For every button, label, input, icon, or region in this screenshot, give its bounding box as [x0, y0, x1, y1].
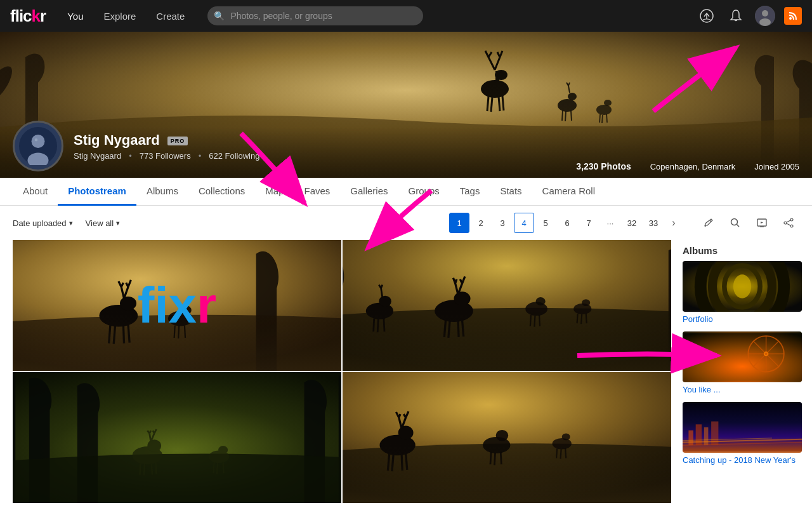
tab-albums[interactable]: Albums — [136, 178, 188, 206]
page-btn-6[interactable]: 6 — [557, 213, 577, 233]
svg-point-108 — [733, 274, 751, 298]
profile-info-bar: Stig Nygaard PRO Stig Nygaard • 773 Foll… — [13, 121, 259, 171]
joined-text: Joined 2005 — [754, 162, 799, 171]
page-btn-33[interactable]: 33 — [643, 213, 664, 233]
profile-text: Stig Nygaard PRO Stig Nygaard • 773 Foll… — [74, 132, 259, 161]
album-thumb-catching-up[interactable] — [683, 402, 802, 453]
tab-collections[interactable]: Collections — [188, 178, 255, 206]
photo-toolbar: Date uploaded ▾ View all ▾ 1 2 3 4 5 6 7… — [0, 206, 812, 240]
photos-count: 3,230 Photos — [576, 161, 631, 171]
joined-stat: Joined 2005 — [754, 162, 799, 171]
rss-icon[interactable] — [784, 7, 802, 25]
svg-line-28 — [710, 220, 711, 222]
page-btn-1[interactable]: 1 — [449, 213, 469, 233]
svg-point-3 — [762, 10, 768, 17]
profile-avatar[interactable] — [13, 121, 63, 171]
svg-line-88 — [223, 462, 224, 473]
tab-stats[interactable]: Stats — [490, 178, 532, 206]
svg-point-85 — [218, 446, 228, 454]
svg-line-86 — [213, 462, 214, 473]
svg-point-38 — [784, 222, 787, 224]
location-text: Copenhagen, Denmark — [650, 162, 735, 171]
album-label-portfolio[interactable]: Portfolio — [683, 314, 802, 324]
album-thumb-you-like[interactable] — [683, 331, 802, 382]
bell-icon[interactable] — [726, 6, 746, 26]
search-photos-icon[interactable] — [724, 212, 746, 234]
toolbar-actions — [698, 212, 799, 234]
flickr-logo[interactable]: flickr — [10, 6, 46, 26]
sort-chevron-icon: ▾ — [69, 219, 73, 227]
profile-meta: Stig Nygaard • 773 Followers • 622 Follo… — [74, 151, 259, 161]
tabs-bar: About Photostream Albums Collections Map… — [0, 178, 812, 206]
tab-camera-roll[interactable]: Camera Roll — [532, 178, 605, 206]
page-btn-2[interactable]: 2 — [471, 213, 491, 233]
photo-cell-4[interactable] — [343, 372, 671, 503]
svg-rect-106 — [343, 372, 671, 503]
user-avatar-nav[interactable] — [755, 6, 775, 26]
svg-point-30 — [731, 219, 738, 225]
view-all-label: View all — [86, 218, 114, 228]
upload-icon[interactable] — [697, 6, 717, 26]
slideshow-icon[interactable] — [751, 212, 773, 234]
view-all-chevron-icon: ▾ — [116, 219, 120, 227]
location-stat: Copenhagen, Denmark — [650, 162, 735, 171]
svg-rect-122 — [704, 427, 709, 445]
tab-faves[interactable]: Faves — [294, 178, 340, 206]
page-dots: ··· — [600, 213, 620, 233]
sort-label: Date uploaded — [13, 218, 67, 228]
svg-point-36 — [790, 218, 793, 221]
svg-point-25 — [32, 135, 45, 148]
pagination: 1 2 3 4 5 6 7 ··· 32 33 › — [449, 213, 683, 233]
photo-cell-2[interactable] — [343, 240, 671, 371]
nav-create[interactable]: Create — [152, 8, 188, 24]
svg-rect-76 — [343, 240, 671, 371]
svg-point-37 — [790, 225, 793, 227]
tab-photostream[interactable]: Photostream — [58, 178, 136, 206]
tab-groups[interactable]: Groups — [398, 178, 450, 206]
page-btn-7[interactable]: 7 — [579, 213, 599, 233]
photo-cell-1[interactable]: fixr — [13, 240, 341, 371]
svg-line-80 — [140, 463, 140, 474]
edit-icon[interactable] — [698, 212, 719, 234]
svg-line-82 — [152, 463, 152, 474]
view-all-button[interactable]: View all ▾ — [86, 218, 121, 228]
nav-you[interactable]: You — [63, 8, 87, 24]
svg-rect-120 — [688, 431, 693, 446]
page-btn-5[interactable]: 5 — [535, 213, 556, 233]
svg-point-4 — [759, 18, 771, 26]
next-page-icon[interactable]: › — [665, 214, 683, 232]
search-icon: 🔍 — [214, 11, 225, 21]
nav-explore[interactable]: Explore — [100, 8, 140, 24]
pro-badge: PRO — [167, 137, 188, 145]
photo-cell-3[interactable] — [13, 372, 341, 503]
photo-grid: fixr — [0, 240, 672, 504]
svg-line-40 — [787, 224, 790, 225]
profile-following[interactable]: 622 Following — [209, 151, 259, 161]
tab-galleries[interactable]: Galleries — [340, 178, 398, 206]
page-btn-32[interactable]: 32 — [622, 213, 642, 233]
svg-line-31 — [737, 225, 740, 227]
page-btn-3[interactable]: 3 — [492, 213, 513, 233]
album-label-catching-up[interactable]: Catching up - 2018 New Year's — [683, 455, 802, 465]
profile-stats: 3,230 Photos Copenhagen, Denmark Joined … — [576, 161, 799, 171]
album-thumb-portfolio[interactable] — [683, 261, 802, 312]
tab-map[interactable]: Map — [255, 178, 294, 206]
navbar: flickr You Explore Create 🔍 — [0, 0, 812, 32]
profile-username: Stig Nygaard — [74, 151, 121, 161]
photos-stat: 3,230 Photos — [576, 161, 631, 171]
svg-point-79 — [147, 439, 161, 452]
nav-icons — [697, 6, 802, 26]
profile-name: Stig Nygaard PRO — [74, 132, 259, 149]
albums-title: Albums — [683, 245, 802, 256]
main-content: fixr — [0, 240, 812, 504]
page-btn-4[interactable]: 4 — [514, 213, 534, 233]
share-icon[interactable] — [778, 212, 799, 234]
profile-followers[interactable]: 773 Followers — [140, 151, 191, 161]
album-label-you-like[interactable]: You like ... — [683, 385, 802, 394]
search-input[interactable] — [207, 6, 423, 25]
tab-about[interactable]: About — [13, 178, 58, 206]
svg-marker-33 — [761, 222, 763, 224]
sort-dropdown[interactable]: Date uploaded ▾ — [13, 218, 73, 228]
tab-tags[interactable]: Tags — [450, 178, 490, 206]
svg-point-5 — [789, 17, 792, 20]
